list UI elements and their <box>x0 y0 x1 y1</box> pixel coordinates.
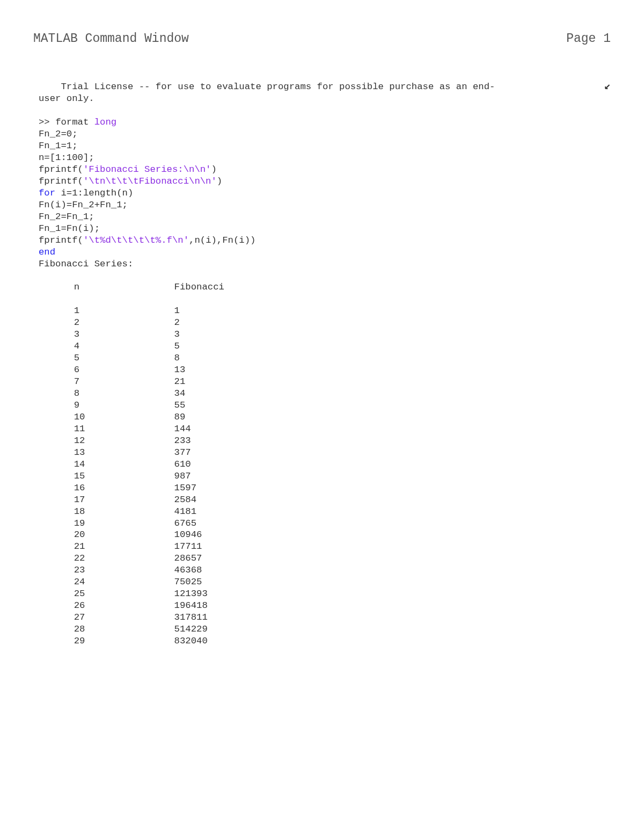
output-row: 13377 <box>39 447 611 459</box>
output-cell-n: 23 <box>74 564 174 576</box>
blank-line <box>39 293 611 305</box>
output-header-row: n Fibonacci <box>39 281 611 293</box>
code-text: ) <box>211 164 217 175</box>
output-row: 1089 <box>39 411 611 423</box>
output-cell-fibonacci: 10946 <box>174 529 202 541</box>
output-row: 29832040 <box>39 635 611 647</box>
code-line: Fn_2=0; <box>39 128 611 140</box>
output-cell-n: 17 <box>74 494 174 506</box>
output-cell-fibonacci: 233 <box>174 435 191 447</box>
header-page-number: Page 1 <box>566 31 611 47</box>
output-row: 14610 <box>39 459 611 470</box>
output-cell-fibonacci: 196418 <box>174 600 208 612</box>
output-row: 2010946 <box>39 529 611 541</box>
code-line: Fn(i)=Fn_2+Fn_1; <box>39 199 611 211</box>
output-cell-n: 24 <box>74 576 174 588</box>
output-row: 11144 <box>39 423 611 435</box>
output-row: 2346368 <box>39 564 611 576</box>
header-title: MATLAB Command Window <box>33 31 189 47</box>
license-line-2: user only. <box>39 93 611 105</box>
output-row: 172584 <box>39 494 611 506</box>
output-row: 721 <box>39 376 611 388</box>
output-title: Fibonacci Series: <box>39 258 611 270</box>
page-header: MATLAB Command Window Page 1 <box>33 31 611 47</box>
output-cell-fibonacci: 317811 <box>174 612 208 623</box>
output-cell-fibonacci: 8 <box>174 352 180 364</box>
output-cell-n: 13 <box>74 447 174 459</box>
code-string: 'Fibonacci Series:\n\n' <box>83 164 211 175</box>
code-line: Fn_2=Fn_1; <box>39 211 611 223</box>
output-row: 33 <box>39 329 611 340</box>
output-cell-n: 6 <box>74 364 174 376</box>
output-cell-fibonacci: 75025 <box>174 576 202 588</box>
license-indent <box>39 82 61 92</box>
output-cell-fibonacci: 46368 <box>174 564 202 576</box>
output-cell-n: 21 <box>74 541 174 553</box>
output-cell-fibonacci: 1597 <box>174 482 196 494</box>
prompt: >> <box>39 117 55 127</box>
output-cell-n: 3 <box>74 329 174 340</box>
code-option: long <box>94 117 116 127</box>
output-cell-fibonacci: 121393 <box>174 588 208 600</box>
output-cell-n: 5 <box>74 352 174 364</box>
output-cell-n: 8 <box>74 388 174 400</box>
code-line-end: end <box>39 246 611 258</box>
output-row: 184181 <box>39 506 611 518</box>
output-cell-n: 29 <box>74 635 174 647</box>
output-row: 2228657 <box>39 553 611 564</box>
output-cell-fibonacci: 144 <box>174 423 191 435</box>
output-row: 2117711 <box>39 541 611 553</box>
output-row: 196765 <box>39 518 611 530</box>
output-cell-n: 2 <box>74 317 174 329</box>
output-row: 12233 <box>39 435 611 447</box>
code-keyword: for <box>39 188 61 198</box>
code-string: '\tn\t\t\tFibonacci\n\n' <box>83 176 217 186</box>
output-cell-n: 27 <box>74 612 174 623</box>
blank-line <box>39 105 611 117</box>
output-cell-n: 10 <box>74 411 174 423</box>
code-text: fprintf( <box>39 164 83 175</box>
output-cell-n: 15 <box>74 470 174 482</box>
output-cell-fibonacci: 28657 <box>174 553 202 564</box>
output-row: 2475025 <box>39 576 611 588</box>
output-rows: 1122334558613721834955108911144122331337… <box>39 305 611 647</box>
output-header-n: n <box>74 281 174 293</box>
code-line-fprintf: fprintf('\t%d\t\t\t\t%.f\n',n(i),Fn(i)) <box>39 235 611 246</box>
output-row: 955 <box>39 400 611 411</box>
output-row: 45 <box>39 340 611 352</box>
code-line-format: >> format long <box>39 117 611 128</box>
output-cell-n: 7 <box>74 376 174 388</box>
code-text: ) <box>217 176 222 186</box>
output-row: 613 <box>39 364 611 376</box>
output-cell-fibonacci: 987 <box>174 470 191 482</box>
output-cell-fibonacci: 13 <box>174 364 186 376</box>
output-cell-n: 14 <box>74 459 174 470</box>
output-cell-fibonacci: 4181 <box>174 506 196 518</box>
code-text: i=1:length(n) <box>61 188 133 198</box>
code-line: n=[1:100]; <box>39 152 611 164</box>
output-cell-fibonacci: 2 <box>174 317 180 329</box>
blank-line <box>39 270 611 281</box>
output-cell-n: 4 <box>74 340 174 352</box>
output-cell-fibonacci: 34 <box>174 388 186 400</box>
output-row: 58 <box>39 352 611 364</box>
output-cell-fibonacci: 55 <box>174 400 186 411</box>
output-cell-n: 20 <box>74 529 174 541</box>
output-cell-n: 1 <box>74 305 174 317</box>
output-cell-fibonacci: 21 <box>174 376 186 388</box>
output-cell-n: 25 <box>74 588 174 600</box>
output-cell-n: 26 <box>74 600 174 612</box>
output-row: 25121393 <box>39 588 611 600</box>
code-line: Fn_1=1; <box>39 140 611 152</box>
output-row: 27317811 <box>39 612 611 623</box>
output-row: 161597 <box>39 482 611 494</box>
output-cell-n: 18 <box>74 506 174 518</box>
output-cell-fibonacci: 5 <box>174 340 180 352</box>
code-string: '\t%d\t\t\t\t%.f\n' <box>83 235 189 245</box>
code-line: Fn_1=Fn(i); <box>39 223 611 235</box>
code-text: fprintf( <box>39 235 83 245</box>
license-line-1: Trial License -- for use to evaluate pro… <box>39 81 611 93</box>
code-keyword: end <box>39 247 55 257</box>
code-text: format <box>55 117 94 127</box>
output-cell-fibonacci: 3 <box>174 329 180 340</box>
